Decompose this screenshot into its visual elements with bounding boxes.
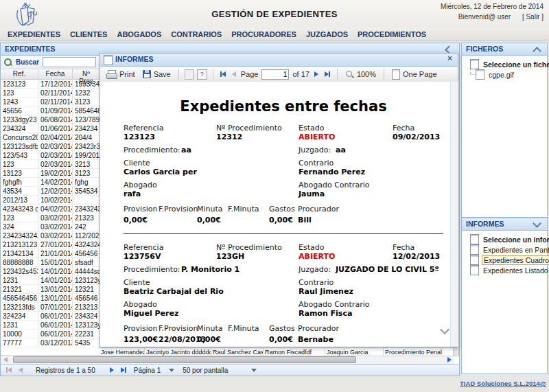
toolbar-separator <box>213 69 213 80</box>
zoom-button[interactable]: 100% <box>343 69 378 80</box>
menu-item-procuradores[interactable]: PROCURADORES <box>226 27 301 38</box>
menu-item-abogados[interactable]: ABOGADOS <box>112 27 166 38</box>
report-row: ClienteContrario <box>124 159 443 168</box>
per-page-dropdown-icon[interactable] <box>251 369 257 372</box>
field-label: Contrario <box>299 278 334 287</box>
close-icon[interactable] <box>445 54 454 63</box>
page-select[interactable]: Página 1 <box>134 367 161 374</box>
tree-item-label: Seleccione un fichero <box>482 60 549 69</box>
tree-item-label: Expedientes Listado <box>482 266 549 275</box>
toolbar-separator <box>337 69 338 80</box>
table-cell: Ramon Fiscadfdf <box>264 348 325 356</box>
menu-item-expedientes[interactable]: EXPEDIENTES <box>3 27 65 38</box>
logout-link[interactable]: [ Salir ] <box>522 13 544 21</box>
field-label: Minuta <box>197 205 223 214</box>
table-cell: 13123 <box>1 169 38 178</box>
collapse-down-icon[interactable] <box>533 219 541 228</box>
report-scrollbar[interactable] <box>450 82 457 347</box>
status-badge: ABIERTO <box>299 132 335 141</box>
informes-panel-title: INFORMES <box>466 220 504 228</box>
menu-item-juzgados[interactable]: JUZGADOS <box>301 27 353 38</box>
table-cell: 06/01/2014 <box>38 312 73 321</box>
toolbar-separator <box>384 69 384 80</box>
next-page-button[interactable] <box>110 367 114 373</box>
search-button[interactable]: Buscar <box>16 58 39 66</box>
menu-item-procedimientos[interactable]: PROCEDIMIENTOS <box>353 27 431 38</box>
field-label: Procedimiento: <box>124 265 180 274</box>
report-icon <box>470 244 479 255</box>
report-row: ProvisionF.ProvisionMinutaF.MinutaGastos… <box>124 205 443 214</box>
search-icon <box>3 58 12 67</box>
tree-item[interactable]: Seleccione un fichero <box>467 59 546 69</box>
table-cell: 123 <box>1 214 38 222</box>
grid-overflow-row[interactable]: Jose Hernandez GonzalezJacintyo Jacinto … <box>100 347 454 356</box>
menu-item-contrarios[interactable]: CONTRARIOS <box>166 27 226 38</box>
field-value: rafa <box>124 189 141 198</box>
help-icon[interactable] <box>197 69 207 80</box>
table-cell: 14/02/2014 <box>38 178 73 187</box>
toolbar-separator <box>178 69 179 80</box>
file-icon <box>470 59 479 69</box>
last-page-button[interactable] <box>121 367 126 373</box>
column-header[interactable]: Fecha <box>38 69 73 79</box>
table-cell: 324 <box>1 222 38 231</box>
ficheros-tree: Seleccione un ficherocgpe.gif <box>462 56 547 80</box>
ficheros-panel: FICHEROS Seleccione un ficherocgpe.gif <box>461 43 548 218</box>
report-row: Miguel PerezRamon Fisca <box>124 309 443 320</box>
save-button[interactable]: Save <box>141 69 173 79</box>
search-input[interactable] <box>43 57 96 67</box>
tree-item[interactable]: Expedientes Listado <box>467 265 546 275</box>
collapse-up-icon[interactable] <box>533 47 541 56</box>
column-header[interactable]: Ref. <box>1 69 38 79</box>
menu-item-clientes[interactable]: CLIENTES <box>65 27 112 38</box>
vendor-credit-link[interactable]: TIAD Soluciones S.L.2014@ <box>460 380 546 387</box>
prev-page-button[interactable] <box>19 367 23 373</box>
vertical-scrollbar-stub[interactable] <box>454 347 459 356</box>
table-cell: 10000 <box>1 330 38 338</box>
welcome-text: Bienvenid@ user <box>458 13 511 21</box>
informes-panel: INFORMES Seleccione un informeExpediente… <box>461 218 548 374</box>
window-titlebar[interactable]: INFORMES <box>100 54 458 67</box>
scroll-right-icon[interactable] <box>445 356 454 364</box>
field-value: 0,00€ <box>197 216 221 224</box>
report-viewport: Expedientes entre fechas ReferenciaNº Pr… <box>100 82 458 347</box>
tree-item-label: Expedientes en Pantalla <box>482 246 549 254</box>
tree-item[interactable]: cgpe.gif <box>467 69 546 80</box>
tree-line <box>470 74 476 75</box>
table-cell: Raul Sanchez Casta <box>211 348 264 356</box>
field-value: 12/02/2013 <box>393 252 440 261</box>
table-cell: 14/01/2014 <box>38 267 73 276</box>
field-label: Procurador <box>298 205 339 214</box>
table-cell: 02/03/2014 <box>38 142 73 151</box>
field-value: 12312 <box>216 132 242 141</box>
magnifier-icon <box>345 70 354 79</box>
print-button[interactable]: Print <box>104 69 137 79</box>
tree-item[interactable]: Expedientes en Pantalla <box>467 244 546 255</box>
table-cell <box>73 196 100 205</box>
tree-item[interactable]: Expedientes Cuadro <box>467 255 546 265</box>
last-report-page-button[interactable] <box>325 71 330 77</box>
first-page-button[interactable] <box>6 367 12 373</box>
table-cell: 44444sds <box>73 267 100 276</box>
table-cell: 1243 <box>1 97 38 106</box>
scroll-left-icon[interactable] <box>1 356 10 364</box>
field-label: Referencia <box>124 124 163 132</box>
table-cell: 10/02/2014 <box>38 196 73 205</box>
column-header[interactable]: Nº Proc <box>73 69 100 79</box>
record-divider <box>124 233 443 234</box>
table-cell: 02/03/2014 <box>38 151 73 160</box>
first-report-page-button[interactable] <box>220 71 226 77</box>
per-page-select[interactable]: 50 por pantalla <box>183 367 228 374</box>
page-dropdown-icon[interactable] <box>169 369 174 372</box>
one-page-button[interactable]: One Page <box>390 69 439 80</box>
tree-item[interactable]: Seleccione un informe <box>467 234 546 244</box>
table-cell: 02/04/2014 <box>38 133 73 142</box>
table-cell: 234324 <box>1 124 38 133</box>
scrollbar-thumb[interactable] <box>13 356 356 363</box>
field-label: Fecha <box>393 124 414 132</box>
prev-report-page-button[interactable] <box>232 71 236 77</box>
next-report-page-button[interactable] <box>314 71 318 77</box>
field-value: Carlos Garcia per <box>124 168 197 176</box>
report-page-input[interactable] <box>261 69 289 80</box>
field-value: aa <box>181 146 191 154</box>
